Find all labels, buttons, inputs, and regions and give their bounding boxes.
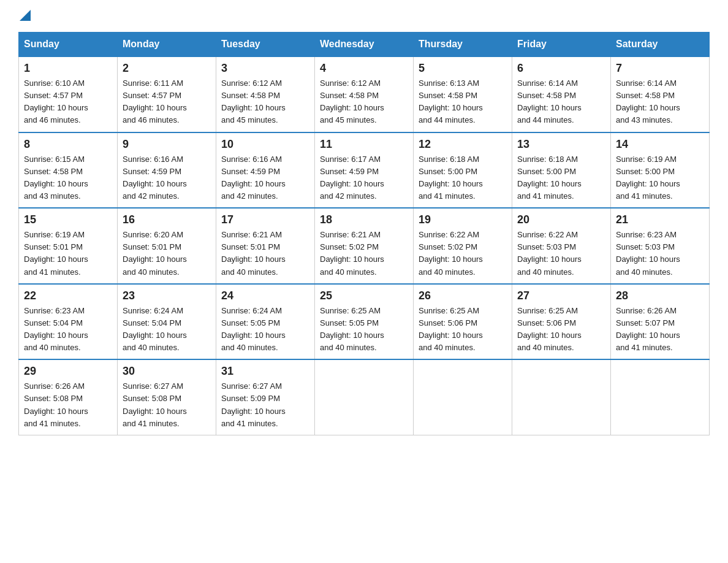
day-number: 21 [616,213,704,226]
day-info: Sunrise: 6:23 AMSunset: 5:03 PMDaylight:… [616,230,680,276]
day-info: Sunrise: 6:22 AMSunset: 5:02 PMDaylight:… [419,230,483,276]
day-info: Sunrise: 6:12 AMSunset: 4:58 PMDaylight:… [221,79,286,124]
day-number: 5 [419,62,507,75]
calendar-cell: 31 Sunrise: 6:27 AMSunset: 5:09 PMDaylig… [216,359,315,435]
calendar-cell: 3 Sunrise: 6:12 AMSunset: 4:58 PMDayligh… [216,56,315,132]
col-header-thursday: Thursday [414,33,512,57]
day-number: 9 [123,138,211,151]
day-info: Sunrise: 6:22 AMSunset: 5:03 PMDaylight:… [517,230,582,276]
calendar-cell: 7 Sunrise: 6:14 AMSunset: 4:58 PMDayligh… [611,56,710,132]
calendar-cell: 23 Sunrise: 6:24 AMSunset: 5:04 PMDaylig… [118,284,216,360]
calendar-cell: 16 Sunrise: 6:20 AMSunset: 5:01 PMDaylig… [118,208,216,284]
day-info: Sunrise: 6:25 AMSunset: 5:05 PMDaylight:… [320,306,384,352]
day-number: 2 [123,62,211,75]
page-header [18,12,710,20]
day-info: Sunrise: 6:16 AMSunset: 4:59 PMDaylight:… [123,155,187,201]
day-info: Sunrise: 6:19 AMSunset: 5:00 PMDaylight:… [616,155,680,201]
col-header-wednesday: Wednesday [315,33,414,57]
day-number: 6 [517,62,605,75]
day-number: 28 [616,289,704,302]
day-info: Sunrise: 6:21 AMSunset: 5:01 PMDaylight:… [221,230,286,276]
day-info: Sunrise: 6:15 AMSunset: 4:58 PMDaylight:… [24,155,88,201]
calendar-cell: 22 Sunrise: 6:23 AMSunset: 5:04 PMDaylig… [19,284,118,360]
day-number: 3 [221,62,309,75]
calendar-cell: 21 Sunrise: 6:23 AMSunset: 5:03 PMDaylig… [611,208,710,284]
day-info: Sunrise: 6:18 AMSunset: 5:00 PMDaylight:… [419,155,483,201]
day-number: 23 [123,289,211,302]
day-number: 8 [24,138,112,151]
day-info: Sunrise: 6:24 AMSunset: 5:04 PMDaylight:… [123,306,187,352]
calendar-week-row: 1 Sunrise: 6:10 AMSunset: 4:57 PMDayligh… [19,56,710,132]
calendar-cell: 12 Sunrise: 6:18 AMSunset: 5:00 PMDaylig… [414,132,512,209]
col-header-sunday: Sunday [19,33,118,57]
day-number: 18 [320,213,408,226]
calendar-week-row: 22 Sunrise: 6:23 AMSunset: 5:04 PMDaylig… [19,284,710,360]
day-number: 10 [221,138,309,151]
calendar-cell [315,359,414,435]
col-header-tuesday: Tuesday [216,33,315,57]
calendar-cell: 28 Sunrise: 6:26 AMSunset: 5:07 PMDaylig… [611,284,710,360]
day-number: 16 [123,213,211,226]
calendar-cell: 29 Sunrise: 6:26 AMSunset: 5:08 PMDaylig… [19,359,118,435]
calendar-cell [414,359,512,435]
day-number: 24 [221,289,309,302]
calendar-cell: 9 Sunrise: 6:16 AMSunset: 4:59 PMDayligh… [118,132,216,209]
calendar-cell: 30 Sunrise: 6:27 AMSunset: 5:08 PMDaylig… [118,359,216,435]
calendar-cell: 17 Sunrise: 6:21 AMSunset: 5:01 PMDaylig… [216,208,315,284]
day-number: 22 [24,289,112,302]
calendar-cell: 13 Sunrise: 6:18 AMSunset: 5:00 PMDaylig… [512,132,611,209]
calendar-cell [611,359,710,435]
day-number: 17 [221,213,309,226]
day-info: Sunrise: 6:14 AMSunset: 4:58 PMDaylight:… [517,79,582,124]
day-number: 1 [24,62,112,75]
day-number: 13 [517,138,605,151]
logo [18,12,31,20]
calendar-cell: 15 Sunrise: 6:19 AMSunset: 5:01 PMDaylig… [19,208,118,284]
calendar-cell: 2 Sunrise: 6:11 AMSunset: 4:57 PMDayligh… [118,56,216,132]
calendar-cell: 11 Sunrise: 6:17 AMSunset: 4:59 PMDaylig… [315,132,414,209]
day-number: 19 [419,213,507,226]
day-info: Sunrise: 6:24 AMSunset: 5:05 PMDaylight:… [221,306,286,352]
day-number: 14 [616,138,704,151]
calendar-cell: 5 Sunrise: 6:13 AMSunset: 4:58 PMDayligh… [414,56,512,132]
calendar-cell: 8 Sunrise: 6:15 AMSunset: 4:58 PMDayligh… [19,132,118,209]
calendar-cell: 27 Sunrise: 6:25 AMSunset: 5:06 PMDaylig… [512,284,611,360]
day-info: Sunrise: 6:20 AMSunset: 5:01 PMDaylight:… [123,230,187,276]
col-header-monday: Monday [118,33,216,57]
day-info: Sunrise: 6:17 AMSunset: 4:59 PMDaylight:… [320,155,384,201]
col-header-saturday: Saturday [611,33,710,57]
day-number: 7 [616,62,704,75]
day-info: Sunrise: 6:27 AMSunset: 5:08 PMDaylight:… [123,381,187,427]
day-info: Sunrise: 6:11 AMSunset: 4:57 PMDaylight:… [123,79,187,124]
calendar-cell: 1 Sunrise: 6:10 AMSunset: 4:57 PMDayligh… [19,56,118,132]
calendar-cell: 26 Sunrise: 6:25 AMSunset: 5:06 PMDaylig… [414,284,512,360]
day-number: 29 [24,365,112,378]
col-header-friday: Friday [512,33,611,57]
day-number: 30 [123,365,211,378]
day-number: 12 [419,138,507,151]
day-info: Sunrise: 6:25 AMSunset: 5:06 PMDaylight:… [419,306,483,352]
day-info: Sunrise: 6:16 AMSunset: 4:59 PMDaylight:… [221,155,286,201]
day-number: 11 [320,138,408,151]
calendar-cell: 18 Sunrise: 6:21 AMSunset: 5:02 PMDaylig… [315,208,414,284]
day-info: Sunrise: 6:27 AMSunset: 5:09 PMDaylight:… [221,381,286,427]
calendar-week-row: 29 Sunrise: 6:26 AMSunset: 5:08 PMDaylig… [19,359,710,435]
day-number: 26 [419,289,507,302]
calendar-week-row: 15 Sunrise: 6:19 AMSunset: 5:01 PMDaylig… [19,208,710,284]
day-info: Sunrise: 6:13 AMSunset: 4:58 PMDaylight:… [419,79,483,124]
day-number: 20 [517,213,605,226]
calendar-cell: 4 Sunrise: 6:12 AMSunset: 4:58 PMDayligh… [315,56,414,132]
calendar-cell: 25 Sunrise: 6:25 AMSunset: 5:05 PMDaylig… [315,284,414,360]
day-number: 27 [517,289,605,302]
calendar-cell: 19 Sunrise: 6:22 AMSunset: 5:02 PMDaylig… [414,208,512,284]
calendar-cell: 10 Sunrise: 6:16 AMSunset: 4:59 PMDaylig… [216,132,315,209]
day-number: 31 [221,365,309,378]
logo-triangle-icon [20,10,31,21]
calendar-cell [512,359,611,435]
day-number: 4 [320,62,408,75]
day-info: Sunrise: 6:12 AMSunset: 4:58 PMDaylight:… [320,79,384,124]
day-number: 25 [320,289,408,302]
calendar-table: SundayMondayTuesdayWednesdayThursdayFrid… [18,32,710,435]
calendar-week-row: 8 Sunrise: 6:15 AMSunset: 4:58 PMDayligh… [19,132,710,209]
calendar-cell: 24 Sunrise: 6:24 AMSunset: 5:05 PMDaylig… [216,284,315,360]
